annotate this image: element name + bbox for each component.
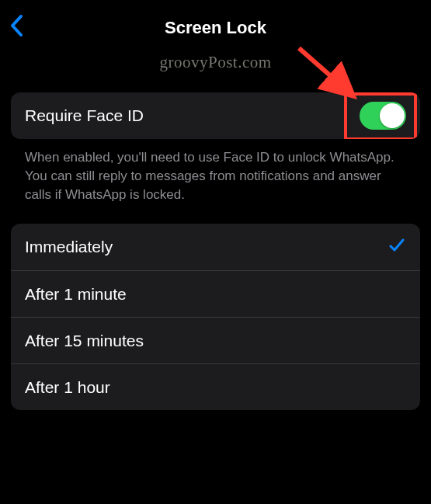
timing-row-group: Immediately After 1 minute After 15 minu… (11, 224, 420, 410)
check-icon (388, 236, 406, 259)
require-faceid-label: Require Face ID (25, 106, 144, 125)
faceid-toggle[interactable] (360, 102, 406, 130)
require-faceid-row[interactable]: Require Face ID (11, 92, 420, 139)
timing-option-label: After 1 hour (25, 378, 110, 397)
toggle-knob (380, 103, 405, 128)
back-button[interactable] (9, 14, 23, 40)
timing-option-immediately[interactable]: Immediately (11, 224, 420, 270)
header: Screen Lock (0, 0, 431, 43)
timing-option-label: Immediately (25, 238, 113, 256)
timing-section: Immediately After 1 minute After 15 minu… (11, 224, 420, 410)
watermark-text: groovyPost.com (0, 53, 431, 72)
chevron-left-icon (9, 14, 23, 37)
faceid-section: Require Face ID When enabled, you'll nee… (11, 92, 420, 203)
timing-option-label: After 15 minutes (25, 332, 144, 350)
timing-option-15min[interactable]: After 15 minutes (11, 317, 420, 363)
faceid-footer-text: When enabled, you'll need to use Face ID… (11, 139, 420, 203)
toggle-wrap (360, 102, 406, 130)
timing-option-1hour[interactable]: After 1 hour (11, 363, 420, 410)
timing-option-1min[interactable]: After 1 minute (11, 270, 420, 317)
faceid-row-group: Require Face ID (11, 92, 420, 139)
timing-option-label: After 1 minute (25, 285, 127, 304)
page-title: Screen Lock (165, 18, 266, 38)
